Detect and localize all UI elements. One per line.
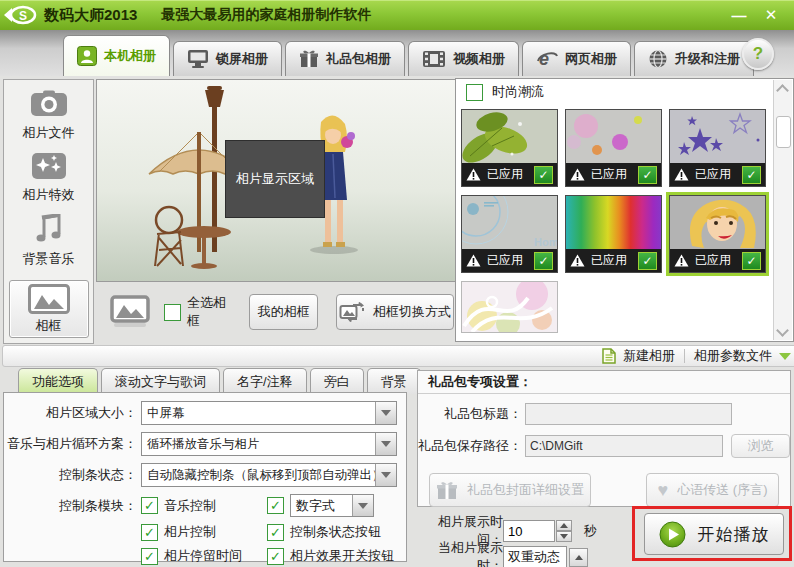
sidebar: 相片文件 相片特效 背景音乐 [3, 79, 94, 344]
frame-thumbnail-purple-stars[interactable]: 已应用 [669, 109, 766, 187]
main-tabbar: 本机相册 锁屏相册 [0, 30, 794, 76]
frame-thumbnail-green-leaves[interactable]: 已应用 [461, 109, 558, 187]
photo-area-size-select[interactable]: 中屏幕 [141, 401, 397, 425]
frame-thumbnail-blue-circles[interactable]: Home 已应用 [461, 195, 558, 273]
app-subtitle: 最强大最易用的家庭相册制作软件 [161, 6, 371, 24]
applied-checkbox[interactable] [742, 252, 761, 270]
applied-checkbox[interactable] [742, 166, 761, 184]
scrollbar-thumb[interactable] [776, 116, 791, 148]
frame-thumbnail-blonde-girl[interactable]: 已应用 [669, 195, 766, 273]
gift-title-input[interactable] [525, 403, 732, 425]
scroll-up-button[interactable] [775, 80, 790, 96]
new-album-label: 新建相册 [623, 347, 675, 365]
titlebar: S 数码大师2013 最强大最易用的家庭相册制作软件 — ✕ [0, 0, 794, 30]
toolbar-separator [684, 349, 685, 363]
applied-bar: 已应用 [565, 163, 662, 187]
applied-label: 已应用 [487, 166, 528, 183]
frame-thumbnail-rainbow-stripes[interactable]: 已应用 [565, 195, 662, 273]
options-tab-narration[interactable]: 旁白 [310, 368, 364, 394]
duration-unit-label: 秒 [584, 522, 597, 540]
category-checkbox[interactable] [466, 84, 483, 101]
frame-thumbnail-icon [110, 295, 150, 329]
dropdown-button[interactable] [352, 495, 373, 516]
applied-checkbox[interactable] [638, 252, 657, 270]
frames-panel: 时尚潮流 已应用 [455, 78, 794, 342]
photo-dwell-time-checkbox[interactable] [141, 548, 158, 565]
tab-label: 网页相册 [565, 50, 617, 68]
my-frames-button[interactable]: 我的相框 [249, 294, 318, 330]
sidebar-item-label: 背景音乐 [23, 250, 75, 268]
tab-video-album[interactable]: 视频相册 [408, 41, 519, 76]
display-mode-value[interactable]: 双重动态 [503, 546, 567, 567]
frames-scrollbar[interactable] [773, 80, 792, 340]
frame-thumbnail-color-blobs[interactable]: 已应用 [565, 109, 662, 187]
sidebar-item-frames[interactable]: 相框 [9, 280, 89, 338]
applied-checkbox[interactable] [534, 166, 553, 184]
minimize-button[interactable]: — [726, 5, 752, 25]
music-photo-loop-select[interactable]: 循环播放音乐与相片 [141, 432, 397, 456]
tab-label: 锁屏相册 [216, 50, 268, 68]
thumbnail-image [669, 109, 766, 163]
frame-switch-mode-button[interactable]: 相框切换方式 [336, 294, 454, 330]
gift-path-input[interactable] [525, 435, 723, 457]
photo-control-checkbox[interactable] [141, 524, 158, 541]
gift-settings-header: 礼品包专项设置： [418, 371, 790, 394]
options-tabbar: 功能选项 滚动文字与歌词 名字/注释 旁白 背景 [18, 368, 421, 394]
tab-lockscreen-album[interactable]: 锁屏相册 [173, 41, 282, 76]
dropdown-button[interactable] [375, 402, 396, 424]
tab-web-album[interactable]: e 网页相册 [522, 41, 631, 76]
gift-cover-settings-button[interactable]: 礼品包封面详细设置 [429, 473, 591, 507]
sidebar-item-photo-effects[interactable]: 相片特效 [23, 152, 75, 204]
options-tab-name-notes[interactable]: 名字/注释 [223, 368, 307, 394]
dropdown-button[interactable] [375, 433, 396, 455]
thumbnail-watermark: Home [534, 236, 558, 248]
new-album-button[interactable]: 新建相册 [602, 347, 675, 365]
music-control-checkbox[interactable] [141, 497, 158, 514]
sidebar-item-photo-files[interactable]: 相片文件 [23, 90, 75, 142]
digital-style-select[interactable]: 数字式 [290, 494, 374, 517]
help-button[interactable]: ? [742, 38, 774, 70]
control-bar-state-select[interactable]: 自动隐藏控制条（鼠标移到顶部自动弹出） [141, 463, 397, 487]
digital-checkbox[interactable] [267, 497, 284, 514]
tab-local-album[interactable]: 本机相册 [63, 35, 170, 76]
dropdown-button[interactable] [375, 464, 396, 486]
tab-label: 升级和注册 [675, 50, 740, 68]
tab-giftpack-album[interactable]: 礼品包相册 [285, 41, 405, 76]
control-state-button-checkbox[interactable] [267, 524, 284, 541]
play-icon [659, 521, 686, 548]
options-tab-function[interactable]: 功能选项 [18, 368, 98, 394]
heart-message-button[interactable]: ♥ 心语传送 (序言) [646, 473, 779, 507]
photo-display-placeholder: 相片显示区域 [225, 140, 325, 218]
album-params-label: 相册参数文件 [694, 347, 772, 365]
control-modules-label: 控制条模块： [4, 497, 137, 515]
applied-checkbox[interactable] [638, 166, 657, 184]
tab-upgrade-register[interactable]: 升级和注册 [634, 41, 754, 76]
gift-path-label: 礼品包保存路径： [418, 437, 522, 455]
album-params-button[interactable]: 相册参数文件 [694, 347, 791, 365]
select-all-frames-checkbox[interactable] [164, 304, 181, 321]
frame-switch-icon [339, 302, 365, 322]
applied-checkbox[interactable] [534, 252, 553, 270]
applied-bar: 已应用 [565, 249, 662, 273]
heart-message-label: 心语传送 (序言) [677, 481, 767, 499]
thumbnail-image [669, 195, 766, 249]
spinner-up-button[interactable] [556, 520, 572, 531]
applied-bar: 已应用 [461, 249, 558, 273]
scroll-down-button[interactable] [775, 324, 790, 340]
display-mode-up-button[interactable] [569, 548, 588, 567]
photo-effect-switch-checkbox[interactable] [267, 548, 284, 565]
options-tab-background[interactable]: 背景 [367, 368, 421, 394]
sidebar-item-label: 相片特效 [23, 186, 75, 204]
frames-grid: 已应用 [461, 109, 769, 340]
start-playback-button[interactable]: 开始播放 [644, 513, 784, 555]
camera-icon [29, 90, 69, 118]
thumbnail-image [565, 195, 662, 249]
album-toolbar: 新建相册 相册参数文件 [2, 345, 794, 367]
browse-button[interactable]: 浏览 [731, 434, 790, 458]
close-button[interactable]: ✕ [758, 5, 784, 25]
sidebar-item-background-music[interactable]: 背景音乐 [23, 214, 75, 268]
options-tab-scrolling-text[interactable]: 滚动文字与歌词 [101, 368, 220, 394]
frame-thumbnail-pastel-swirl[interactable] [461, 281, 558, 333]
browse-label: 浏览 [747, 437, 773, 455]
start-playback-label: 开始播放 [698, 523, 770, 546]
